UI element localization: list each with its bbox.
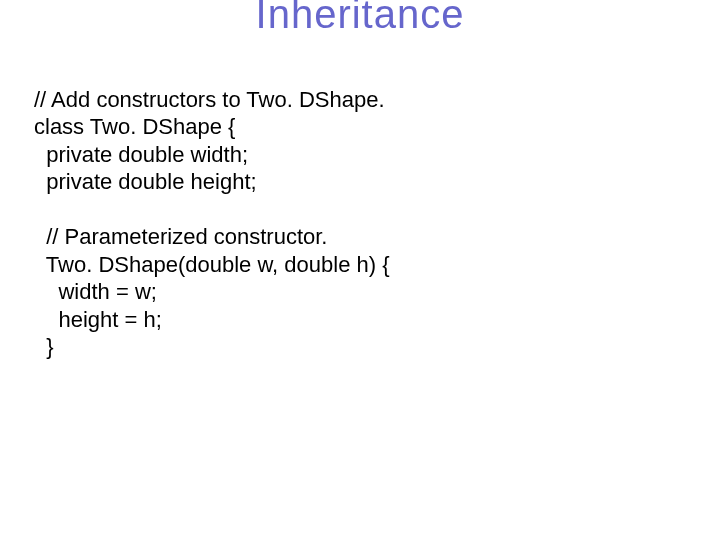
code-block: // Add constructors to Two. DShape. clas… [34, 58, 390, 361]
code-line: height = h; [34, 307, 162, 332]
code-line: Two. DShape(double w, double h) { [34, 252, 390, 277]
code-line: private double width; [34, 142, 248, 167]
slide: Inheritance // Add constructors to Two. … [0, 0, 720, 540]
code-line: private double height; [34, 169, 257, 194]
code-line: } [34, 334, 54, 359]
code-line: width = w; [34, 279, 157, 304]
code-line: // Parameterized constructor. [34, 224, 327, 249]
page-title: Inheritance [0, 0, 720, 37]
code-line: class Two. DShape { [34, 114, 235, 139]
code-line: // Add constructors to Two. DShape. [34, 87, 385, 112]
